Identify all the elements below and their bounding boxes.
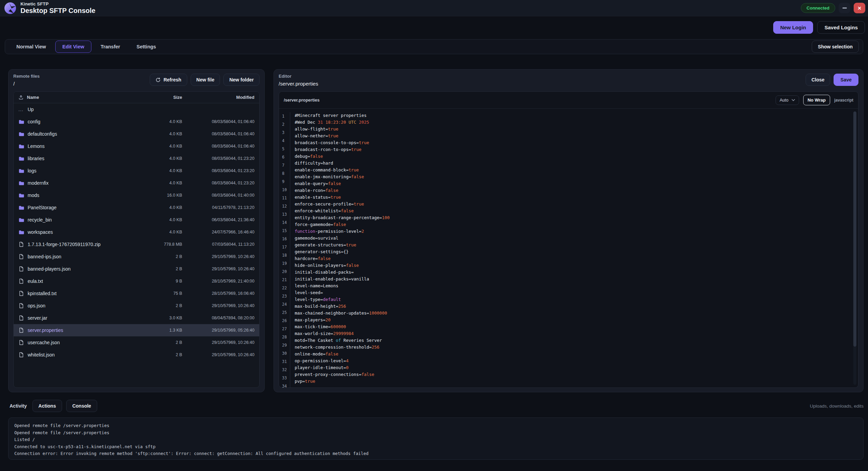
code-line: force-gamemode=false [295, 221, 858, 228]
file-name: server.jar [28, 315, 47, 321]
folder-icon [18, 193, 24, 198]
code-line: initial-disabled-packs= [295, 269, 858, 276]
file-row[interactable]: mods16.0 KB08/03/58044, 01:40:00 [14, 189, 259, 201]
file-name: kpinstalled.txt [28, 291, 57, 296]
line-number: 24 [282, 300, 290, 308]
line-number: 21 [282, 276, 290, 284]
encoding-select[interactable]: Auto [776, 95, 799, 105]
log-line: Connection error: Error invoking remote … [14, 450, 857, 457]
line-number: 8 [282, 169, 290, 178]
editor-title: Editor [279, 74, 318, 79]
line-number: 19 [282, 259, 290, 268]
file-row[interactable]: usercache.json2 B29/10/57969, 10:26:40 [14, 336, 259, 349]
file-row[interactable]: libraries4.0 KB08/03/58044, 01:23:20 [14, 152, 259, 165]
folder-icon [18, 168, 24, 174]
file-row[interactable]: 1.7.13.1-forge-1767205911970.zip778.8 MB… [14, 238, 259, 250]
wrap-toggle-button[interactable]: No Wrap [803, 95, 830, 105]
file-icon [18, 340, 24, 346]
folder-icon [18, 229, 24, 235]
titlebar: Kinetic SFTP Desktop SFTP Console Connec… [0, 0, 868, 16]
login-actions-row: New Login Saved Logins [0, 16, 868, 34]
code-editor[interactable]: #Minecraft server properties#Wed Dec 31 … [290, 112, 858, 388]
file-table-header: Name Size Modified [14, 92, 259, 103]
new-login-button[interactable]: New Login [773, 21, 813, 34]
editor-scrollbar-thumb[interactable] [853, 111, 856, 347]
line-number: 18 [282, 251, 290, 259]
file-size: 2 B [141, 303, 182, 308]
line-number: 12 [282, 202, 290, 210]
code-line: enable-query=false [295, 180, 858, 187]
file-row[interactable]: recycle_bin4.0 KB06/03/58044, 21:36:40 [14, 214, 259, 226]
file-row[interactable]: banned-ips.json2 B29/10/57969, 10:26:40 [14, 250, 259, 263]
tab-settings[interactable]: Settings [129, 41, 163, 53]
line-number: 25 [282, 308, 290, 317]
file-name: workspaces [28, 229, 53, 235]
file-row[interactable]: ops.json2 B29/10/57969, 10:26:40 [14, 300, 259, 312]
file-row[interactable]: banned-players.json2 B29/10/57969, 10:26… [14, 263, 259, 275]
file-table: Name Size Modified ...Upconfig4.0 KB08/0… [13, 91, 260, 388]
file-row[interactable]: defaultconfigs4.0 KB08/03/58044, 01:06:4… [14, 128, 259, 140]
file-row[interactable]: modernfix4.0 KB08/03/58044, 01:23:20 [14, 177, 259, 189]
file-name: Lemons [28, 143, 45, 149]
tab-actions[interactable]: Actions [32, 400, 62, 412]
editor-close-button[interactable]: Close [806, 74, 830, 86]
line-number: 29 [282, 341, 290, 349]
file-size: 2 B [141, 254, 182, 259]
file-row[interactable]: workspaces4.0 KB24/07/57966, 16:46:40 [14, 226, 259, 238]
line-number: 10 [282, 186, 290, 194]
folder-icon [18, 205, 24, 211]
tab-transfer[interactable]: Transfer [93, 41, 127, 53]
file-size: 4.0 KB [141, 132, 182, 136]
folder-icon [18, 217, 24, 223]
column-header-modified[interactable]: Modified [182, 95, 254, 100]
file-row[interactable]: eula.txt9 B28/10/57969, 21:40:00 [14, 275, 259, 287]
show-selection-button[interactable]: Show selection [812, 41, 859, 53]
line-number: 28 [282, 333, 290, 341]
file-row[interactable]: kpinstalled.txt75 B28/10/57969, 16:06:40 [14, 287, 259, 300]
minimize-button[interactable] [839, 3, 850, 13]
chevron-down-icon [792, 99, 795, 101]
tab-activity[interactable]: Activity [8, 400, 28, 412]
close-window-button[interactable]: ✕ [854, 3, 865, 13]
tab-console[interactable]: Console [66, 400, 97, 412]
file-row[interactable]: logs4.0 KB08/03/58044, 01:23:20 [14, 165, 259, 177]
file-name: banned-players.json [28, 266, 71, 272]
file-modified: 29/10/57969, 10:26:40 [182, 352, 254, 357]
file-row[interactable]: config4.0 KB08/03/58044, 01:06:40 [14, 116, 259, 128]
file-modified: 08/03/58044, 01:23:20 [182, 156, 254, 161]
line-number: 16 [282, 235, 290, 243]
upload-icon[interactable] [18, 95, 24, 100]
file-row[interactable]: server.jar3.0 KB08/04/57894, 08:20:00 [14, 312, 259, 324]
file-row[interactable]: Lemons4.0 KB08/03/58044, 01:06:40 [14, 140, 259, 152]
file-name: server.properties [28, 328, 63, 333]
new-folder-button[interactable]: New folder [223, 74, 260, 86]
up-ellipsis-icon: ... [18, 107, 24, 112]
minimize-icon [842, 7, 847, 9]
code-line: enable-rcon=false [295, 187, 858, 194]
column-header-name[interactable]: Name [27, 95, 39, 100]
file-size: 9 B [141, 279, 182, 284]
file-size: 75 B [141, 291, 182, 296]
folder-icon [18, 119, 24, 125]
code-line: enable-status=true [295, 194, 858, 201]
refresh-button[interactable]: Refresh [150, 74, 187, 86]
tab-normal-view[interactable]: Normal View [9, 41, 53, 53]
tab-edit-view[interactable]: Edit View [55, 41, 91, 53]
file-row[interactable]: whitelist.json2 B29/10/57969, 10:26:40 [14, 349, 259, 361]
new-file-button[interactable]: New file [191, 74, 220, 86]
code-line: gamemode=survival [295, 235, 858, 242]
file-modified: 28/10/57969, 16:06:40 [182, 291, 254, 296]
file-name: recycle_bin [28, 217, 52, 223]
file-row-up[interactable]: ...Up [14, 103, 259, 116]
remote-path: / [13, 81, 40, 87]
editor-save-button[interactable]: Save [834, 74, 858, 86]
code-line: network-compression-threshold=256 [295, 344, 858, 351]
column-header-size[interactable]: Size [141, 95, 182, 100]
folder-icon [18, 143, 24, 149]
remote-files-title: Remote files [13, 74, 40, 79]
file-row[interactable]: PanelStorage4.0 KB04/11/57978, 21:13:20 [14, 201, 259, 214]
code-line: pvp=true [295, 378, 858, 385]
saved-logins-button[interactable]: Saved Logins [817, 21, 865, 34]
code-line: level-name=Lemons [295, 283, 858, 289]
file-row[interactable]: server.properties1.3 KB29/10/57969, 05:2… [14, 324, 259, 336]
